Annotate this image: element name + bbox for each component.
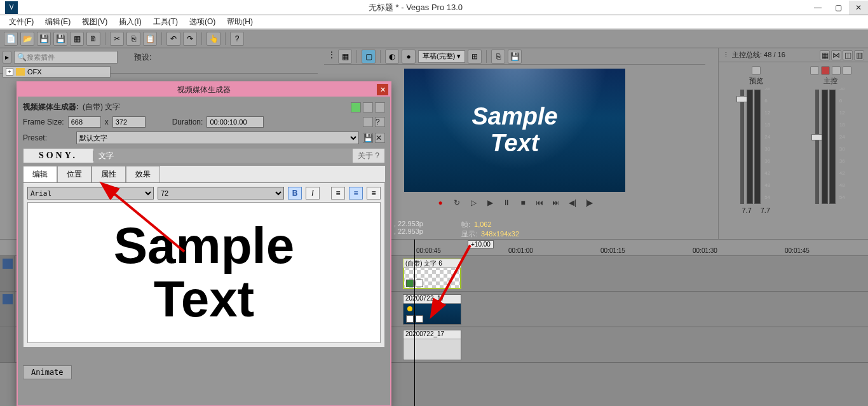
menu-file[interactable]: 文件(F) bbox=[4, 15, 39, 29]
preview-overlay-icon[interactable]: ● bbox=[402, 50, 416, 64]
master-bus-panel: ⋮ 主控总线: 48 / 16 ▦ ⋈ ◫ ▥ 预览 bbox=[718, 48, 868, 239]
close-button[interactable]: ✕ bbox=[849, 1, 868, 15]
minimize-button[interactable]: — bbox=[808, 1, 827, 15]
duration-input[interactable] bbox=[207, 116, 264, 128]
master-icon-3[interactable]: ◫ bbox=[843, 50, 853, 60]
paste-icon[interactable]: 📋 bbox=[143, 32, 157, 46]
properties-icon[interactable]: 🗎 bbox=[86, 32, 100, 46]
preview-save-icon[interactable]: 💾 bbox=[508, 50, 522, 64]
remove-icon[interactable] bbox=[375, 102, 385, 112]
master-grip-icon[interactable]: ⋮ bbox=[722, 51, 729, 59]
italic-button[interactable]: I bbox=[306, 187, 320, 200]
master-fader[interactable] bbox=[815, 90, 819, 204]
fontsize-select[interactable]: 72 bbox=[158, 187, 284, 200]
plugin-search-input[interactable] bbox=[27, 53, 114, 61]
match-icon[interactable] bbox=[363, 117, 373, 127]
open-icon[interactable]: 📂 bbox=[20, 32, 34, 46]
preset-select[interactable]: 默认文字 bbox=[76, 132, 359, 144]
bold-button[interactable]: B bbox=[288, 187, 302, 200]
height-input[interactable] bbox=[112, 116, 146, 128]
menu-edit[interactable]: 编辑(E) bbox=[40, 15, 76, 29]
delete-preset-icon[interactable]: ✕ bbox=[375, 133, 385, 143]
font-select[interactable]: Arial bbox=[27, 187, 154, 200]
help-icon[interactable]: ? bbox=[375, 117, 385, 127]
fx-icon[interactable] bbox=[416, 315, 423, 323]
preview-fx-icon[interactable]: ▦ bbox=[338, 50, 352, 64]
playhead[interactable] bbox=[414, 240, 415, 406]
align-left-button[interactable]: ≡ bbox=[331, 187, 345, 200]
preview-readout-r: 7.7 bbox=[761, 206, 770, 214]
preview-quality-combo[interactable]: 草稿(完整) ▾ bbox=[418, 50, 465, 63]
master-mute-icon[interactable] bbox=[821, 66, 830, 75]
about-button[interactable]: 关于 ? bbox=[353, 149, 384, 163]
chain-icon[interactable] bbox=[351, 102, 361, 112]
menu-options[interactable]: 选项(O) bbox=[184, 15, 220, 29]
text-edit-area[interactable]: SampleText bbox=[27, 202, 381, 343]
stop-button[interactable]: ■ bbox=[517, 197, 529, 208]
preview-display-icon[interactable]: ▢ bbox=[362, 50, 376, 64]
master-icon-1[interactable]: ▦ bbox=[820, 50, 830, 60]
preview-copy-icon[interactable]: ⎘ bbox=[491, 50, 505, 64]
tab-position[interactable]: 位置 bbox=[57, 166, 92, 182]
save-icon[interactable]: 💾 bbox=[37, 32, 51, 46]
plus-icon[interactable]: + bbox=[6, 68, 13, 76]
render-icon[interactable]: ▦ bbox=[70, 32, 84, 46]
play-start-button[interactable]: ▷ bbox=[468, 197, 479, 208]
menu-help[interactable]: 帮助(H) bbox=[222, 15, 258, 29]
record-button[interactable]: ● bbox=[435, 197, 446, 208]
tab-edit[interactable]: 编辑 bbox=[23, 166, 57, 182]
new-icon[interactable]: 📄 bbox=[4, 32, 18, 46]
plugin-expand-icon[interactable]: ▸ bbox=[3, 51, 11, 64]
play-button[interactable]: ▶ bbox=[484, 197, 496, 208]
go-end-button[interactable]: ⏭ bbox=[550, 197, 562, 208]
track-header[interactable] bbox=[0, 292, 15, 327]
clip-video[interactable]: 20200722_17 bbox=[403, 294, 461, 325]
pause-button[interactable]: ⏸ bbox=[501, 197, 512, 208]
ofx-tree-item[interactable]: + OFX bbox=[3, 66, 111, 78]
dialog-close-button[interactable]: ✕ bbox=[377, 84, 388, 95]
undo-icon[interactable]: ↶ bbox=[166, 32, 180, 46]
bypass-icon[interactable] bbox=[363, 102, 373, 112]
preview-grip-icon[interactable]: ⋮ bbox=[328, 50, 336, 63]
animate-button[interactable]: Animate bbox=[23, 365, 72, 379]
loop-button[interactable]: ↻ bbox=[451, 197, 463, 208]
menu-insert[interactable]: 插入(I) bbox=[114, 15, 146, 29]
menu-tools[interactable]: 工具(T) bbox=[148, 15, 183, 29]
master-insert-icon[interactable] bbox=[810, 66, 819, 75]
generator-fx-icon[interactable] bbox=[406, 280, 414, 287]
align-center-button[interactable]: ≡ bbox=[349, 187, 363, 200]
preview-fader[interactable] bbox=[740, 90, 744, 204]
tab-properties[interactable]: 属性 bbox=[92, 166, 126, 182]
master-icon-4[interactable]: ▥ bbox=[854, 50, 864, 60]
master-icon-2[interactable]: ⋈ bbox=[831, 50, 841, 60]
master-fx-icon[interactable] bbox=[843, 66, 851, 75]
dialog-titlebar[interactable]: 视频媒体生成器 ✕ bbox=[18, 83, 390, 97]
touch-icon[interactable]: 👆 bbox=[207, 32, 220, 46]
preview-grid-icon[interactable]: ⊞ bbox=[468, 50, 482, 64]
help-icon[interactable]: ? bbox=[230, 32, 244, 46]
track-header[interactable] bbox=[0, 256, 15, 291]
clip-audio[interactable]: 20200722_17 bbox=[403, 330, 461, 360]
menu-view[interactable]: 视图(V) bbox=[77, 15, 112, 29]
align-right-button[interactable]: ≡ bbox=[367, 187, 381, 200]
preview-col-icon[interactable] bbox=[752, 66, 761, 75]
master-solo-icon[interactable] bbox=[832, 66, 841, 75]
sony-header: SONY. 文字 关于 ? bbox=[23, 148, 385, 163]
preview-split-icon[interactable]: ◐ bbox=[385, 50, 399, 64]
track-header[interactable] bbox=[0, 327, 15, 362]
plugin-search[interactable]: 🔍 bbox=[14, 51, 118, 64]
next-frame-button[interactable]: |▶ bbox=[583, 197, 595, 208]
cut-icon[interactable]: ✂ bbox=[110, 32, 124, 46]
crop-icon[interactable] bbox=[406, 315, 414, 323]
maximize-button[interactable]: ▢ bbox=[829, 1, 848, 15]
save-icon-2[interactable]: 💾 bbox=[53, 32, 67, 46]
tab-effects[interactable]: 效果 bbox=[126, 166, 160, 182]
crop-icon[interactable] bbox=[416, 280, 423, 287]
clip-text[interactable]: (自带) 文字 6 bbox=[403, 259, 461, 289]
redo-icon[interactable]: ↷ bbox=[183, 32, 197, 46]
go-start-button[interactable]: ⏮ bbox=[534, 197, 545, 208]
prev-frame-button[interactable]: ◀| bbox=[567, 197, 578, 208]
save-preset-icon[interactable]: 💾 bbox=[363, 133, 373, 143]
width-input[interactable] bbox=[68, 116, 101, 128]
copy-icon[interactable]: ⎘ bbox=[126, 32, 140, 46]
